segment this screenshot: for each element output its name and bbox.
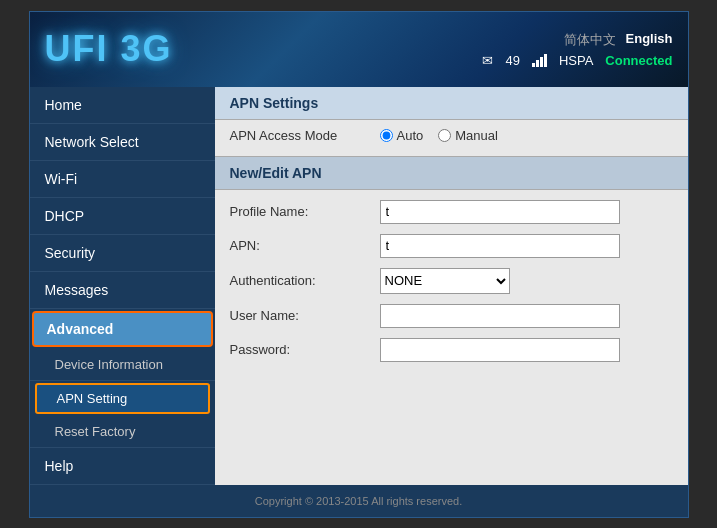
sidebar-item-wifi[interactable]: Wi-Fi [30, 161, 215, 198]
new-edit-apn-title: New/Edit APN [230, 165, 322, 181]
new-edit-apn-header: New/Edit APN [215, 156, 688, 190]
password-input[interactable] [380, 338, 620, 362]
radio-manual-label[interactable]: Manual [438, 128, 498, 143]
lang-cn-button[interactable]: 简体中文 [564, 31, 616, 49]
profile-name-label: Profile Name: [230, 204, 370, 219]
apn-settings-header: APN Settings [215, 87, 688, 120]
password-label: Password: [230, 342, 370, 357]
email-count: 49 [505, 53, 519, 68]
footer: Copyright © 2013-2015 All rights reserve… [30, 485, 688, 517]
radio-auto-text: Auto [397, 128, 424, 143]
apn-settings-title: APN Settings [230, 95, 319, 111]
apn-access-mode-label: APN Access Mode [230, 128, 370, 143]
sidebar: Home Network Select Wi-Fi DHCP Security … [30, 87, 215, 485]
sidebar-item-network-select[interactable]: Network Select [30, 124, 215, 161]
header-right: 简体中文 English ✉ 49 HSPA Connected [482, 31, 672, 68]
authentication-label: Authentication: [230, 273, 370, 288]
sidebar-item-help[interactable]: Help [30, 448, 215, 485]
main-layout: Home Network Select Wi-Fi DHCP Security … [30, 87, 688, 485]
signal-type: HSPA [559, 53, 593, 68]
profile-name-input[interactable] [380, 200, 620, 224]
lang-en-button[interactable]: English [626, 31, 673, 49]
copyright-text: Copyright © 2013-2015 All rights reserve… [255, 495, 462, 507]
sidebar-item-home[interactable]: Home [30, 87, 215, 124]
language-bar: 简体中文 English [564, 31, 673, 49]
profile-name-row: Profile Name: [230, 200, 673, 224]
connection-status: Connected [605, 53, 672, 68]
radio-auto-label[interactable]: Auto [380, 128, 424, 143]
apn-access-mode-row: APN Access Mode Auto Manual [215, 120, 688, 151]
content-area: APN Settings APN Access Mode Auto Manual [215, 87, 688, 485]
apn-row: APN: [230, 234, 673, 258]
radio-manual-text: Manual [455, 128, 498, 143]
authentication-row: Authentication: NONE PAP CHAP [230, 268, 673, 294]
sidebar-item-reset-factory[interactable]: Reset Factory [30, 416, 215, 448]
header: UFI 3G 简体中文 English ✉ 49 HSPA Connected [30, 12, 688, 87]
username-row: User Name: [230, 304, 673, 328]
username-input[interactable] [380, 304, 620, 328]
apn-input[interactable] [380, 234, 620, 258]
username-label: User Name: [230, 308, 370, 323]
password-row: Password: [230, 338, 673, 362]
logo: UFI 3G [45, 28, 173, 70]
authentication-select[interactable]: NONE PAP CHAP [380, 268, 510, 294]
sidebar-item-apn-setting[interactable]: APN Setting [35, 383, 210, 414]
sidebar-item-advanced[interactable]: Advanced [32, 311, 213, 347]
sidebar-item-device-information[interactable]: Device Information [30, 349, 215, 381]
status-bar: ✉ 49 HSPA Connected [482, 53, 672, 68]
sidebar-item-messages[interactable]: Messages [30, 272, 215, 309]
signal-icon [532, 53, 547, 67]
apn-mode-radio-group: Auto Manual [380, 128, 498, 143]
radio-manual[interactable] [438, 129, 451, 142]
apn-form: Profile Name: APN: Authentication: NONE … [215, 190, 688, 382]
sidebar-item-security[interactable]: Security [30, 235, 215, 272]
sidebar-item-dhcp[interactable]: DHCP [30, 198, 215, 235]
email-icon: ✉ [482, 53, 493, 68]
apn-label: APN: [230, 238, 370, 253]
radio-auto[interactable] [380, 129, 393, 142]
